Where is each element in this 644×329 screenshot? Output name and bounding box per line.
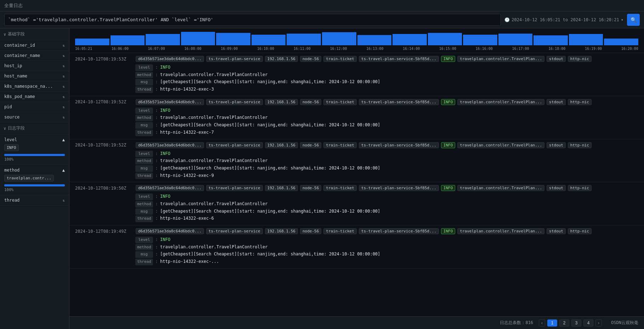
log-node: node-56 <box>300 142 321 148</box>
level-label: level <box>4 137 17 142</box>
page-1-button[interactable]: 1 <box>547 319 557 327</box>
chart-bar <box>216 33 250 45</box>
sidebar-field-source[interactable]: source ⇅ <box>0 112 69 122</box>
level-percent: 100% <box>4 157 14 162</box>
main-layout: ∨ 基础字段 container_id ⇅ container_name ⇅ h… <box>0 28 644 329</box>
log-service: ts-travel-plan-service <box>206 142 263 148</box>
chart-bar <box>322 32 356 45</box>
log-fields-section[interactable]: ∨ 日志字段 <box>0 122 69 134</box>
sort-icon: ⇅ <box>63 95 65 99</box>
log-stdout: stdout <box>547 185 566 191</box>
log-timestamp: 2024-10-12T08:19:53Z <box>75 57 134 62</box>
log-node: node-56 <box>300 228 321 234</box>
chart-labels: 16:05:2116:06:0016:07:0016:08:0016:09:00… <box>75 47 638 51</box>
log-ip: 192.168.1.56 <box>265 228 298 234</box>
page-3-button[interactable]: 3 <box>571 319 581 327</box>
log-field-level: level ： INFO <box>135 193 638 200</box>
basic-fields-label: 基础字段 <box>8 31 25 37</box>
field-key-level: level <box>135 64 153 71</box>
log-node: node-56 <box>300 185 321 191</box>
sidebar-field-host-ip[interactable]: host_ip ⇅ <box>0 61 69 71</box>
chart-label: 16:08:00 <box>184 47 201 51</box>
chart-bar <box>252 35 286 45</box>
field-value-level: INFO <box>160 64 170 71</box>
field-key-thread: thread <box>135 173 153 179</box>
log-service: ts-travel-plan-service <box>206 99 263 105</box>
log-ticket: train-ticket <box>323 228 356 234</box>
query-input-container[interactable]: `method` ='travelplan.controller.TravelP… <box>4 14 501 26</box>
log-method-path: travelplan.controller.TravelPlan... <box>457 142 544 148</box>
level-field-label[interactable]: level ▲ <box>4 137 65 142</box>
chart-area: 16:05:2116:06:0016:07:0016:08:0016:09:00… <box>69 28 644 53</box>
prev-page-button[interactable]: ‹ <box>539 319 545 327</box>
sidebar-field-k8s-namespace[interactable]: k8s_namespace_na... ⇅ <box>0 81 69 92</box>
chart-label: 16:17:00 <box>512 47 529 51</box>
sidebar-field-method-expanded: method ▲ travelplan.contr... 100% <box>0 165 69 195</box>
chart-label: 16:11:00 <box>294 47 311 51</box>
sidebar: ∨ 基础字段 container_id ⇅ container_name ⇅ h… <box>0 28 69 329</box>
field-value-msg: [getCheapest][Search Cheapest][start: na… <box>160 164 380 172</box>
sidebar-field-pid[interactable]: pid ⇅ <box>0 102 69 112</box>
field-key-thread: thread <box>135 259 153 265</box>
chart-bars <box>75 31 638 45</box>
pagination-bar: 日志总条数：816 ‹ 1 2 3 4 › OSDN云观秋毫 <box>69 316 644 329</box>
chart-bar <box>498 34 533 45</box>
sidebar-field-container-name[interactable]: container_name ⇅ <box>0 51 69 61</box>
sidebar-field-host-name[interactable]: host_name ⇅ <box>0 71 69 81</box>
chart-bar <box>569 34 603 45</box>
field-name: container_name <box>4 53 40 58</box>
log-container-id: d6d35b571ae3da0c64d6bdc0... <box>136 185 204 191</box>
level-tag[interactable]: INFO <box>4 144 19 151</box>
content-area: 16:05:2116:06:0016:07:0016:08:0016:09:00… <box>69 28 644 329</box>
sidebar-field-k8s-pod[interactable]: k8s_pod_name ⇅ <box>0 92 69 102</box>
log-ip: 192.168.1.56 <box>265 185 298 191</box>
sidebar-field-thread[interactable]: thread ⇅ <box>0 195 69 206</box>
log-ip: 192.168.1.56 <box>265 56 298 62</box>
log-field-method: method ： travelplan.controller.TravelPla… <box>135 200 638 208</box>
query-bar: `method` ='travelplan.controller.TravelP… <box>0 11 644 28</box>
page-2-button[interactable]: 2 <box>559 319 569 327</box>
time-range: 🕐 2024-10-12 16:05:21 to 2024-10-12 16:2… <box>504 17 623 22</box>
chart-bar <box>463 35 497 45</box>
field-value-method: travelplan.controller.TravelPlanControll… <box>160 71 267 78</box>
log-entry: 2024-10-12T08:19:49Z d6d35b571ae3da0c64d… <box>69 225 644 269</box>
log-field-level: level ： INFO <box>135 64 638 71</box>
field-name: source <box>4 115 19 120</box>
chevron-down-icon: ▾ <box>621 17 623 22</box>
page-4-button[interactable]: 4 <box>583 319 593 327</box>
log-pod: ts-travel-plan-service-5bf85d... <box>359 142 439 148</box>
search-button[interactable]: 🔍 <box>627 14 640 26</box>
log-level-tag: INFO <box>441 185 456 191</box>
log-field-thread: thread ： http-nio-14322-exec-9 <box>135 172 638 179</box>
log-entry: 2024-10-12T08:19:52Z d6d35b571ae3da0c64d… <box>69 96 644 139</box>
log-stdout: stdout <box>547 228 566 234</box>
next-page-button[interactable]: › <box>595 319 602 327</box>
chart-label: 16:12:00 <box>330 47 347 51</box>
field-value-thread: http-nio-14322-exec-... <box>160 258 219 265</box>
field-value-level: INFO <box>160 193 170 200</box>
method-percent: 100% <box>4 187 14 192</box>
field-key-method: method <box>135 158 153 164</box>
chart-label: 16:06:00 <box>112 47 129 51</box>
log-entry: 2024-10-12T08:19:53Z d6d35b571ae3da0c64d… <box>69 53 644 96</box>
log-http: http-nic <box>568 228 592 234</box>
sidebar-field-container-id[interactable]: container_id ⇅ <box>0 40 69 51</box>
chart-label: 16:20:00 <box>621 47 638 51</box>
field-key-level: level <box>135 108 153 114</box>
chart-bar <box>146 34 180 45</box>
log-field-msg: msg ： [getCheapest][Search Cheapest][sta… <box>135 78 638 86</box>
log-fields: level ： INFO method ： travelplan.control… <box>75 193 638 222</box>
log-field-level: level ： INFO <box>135 150 638 157</box>
log-entry-header: 2024-10-12T08:19:49Z d6d35b571ae3da0c64d… <box>75 228 638 234</box>
method-tag[interactable]: travelplan.contr... <box>4 175 54 181</box>
chart-label: 16:16:00 <box>476 47 493 51</box>
log-timestamp: 2024-10-12T08:19:50Z <box>75 186 134 191</box>
basic-fields-section[interactable]: ∨ 基础字段 <box>0 28 69 40</box>
log-entry-header: 2024-10-12T08:19:50Z d6d35b571ae3da0c64d… <box>75 185 638 191</box>
method-field-label[interactable]: method ▲ <box>4 168 65 173</box>
sort-icon: ⇅ <box>63 44 65 47</box>
header: 全量日志 <box>0 0 644 11</box>
log-container-id: d6d35b571ae3da0c64d6bdc0... <box>136 56 204 62</box>
chart-label: 16:19:00 <box>585 47 602 51</box>
field-key-msg: msg <box>135 165 153 172</box>
